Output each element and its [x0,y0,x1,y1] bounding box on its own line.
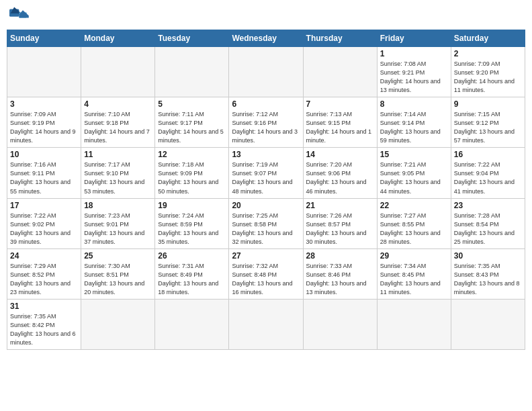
day-info: Sunrise: 7:08 AM Sunset: 9:21 PM Dayligh… [380,60,448,95]
day-info: Sunrise: 7:28 AM Sunset: 8:54 PM Dayligh… [454,212,522,246]
day-info: Sunrise: 7:21 AM Sunset: 9:05 PM Dayligh… [380,161,448,195]
day-info: Sunrise: 7:23 AM Sunset: 9:01 PM Dayligh… [84,212,152,246]
calendar-cell: 15Sunrise: 7:21 AM Sunset: 9:05 PM Dayli… [377,148,451,198]
day-number: 5 [158,99,226,109]
day-number: 17 [10,201,78,210]
day-info: Sunrise: 7:32 AM Sunset: 8:48 PM Dayligh… [232,262,300,297]
calendar-week-4: 17Sunrise: 7:22 AM Sunset: 9:02 PM Dayli… [7,198,525,248]
day-number: 13 [232,150,300,159]
weekday-header-row: SundayMondayTuesdayWednesdayThursdayFrid… [7,30,525,47]
calendar-cell: 13Sunrise: 7:19 AM Sunset: 9:07 PM Dayli… [229,148,303,198]
calendar-cell [81,47,155,97]
calendar-cell: 21Sunrise: 7:26 AM Sunset: 8:57 PM Dayli… [303,198,377,248]
calendar-cell [303,47,377,97]
weekday-header-friday: Friday [377,30,451,47]
calendar-cell: 23Sunrise: 7:28 AM Sunset: 8:54 PM Dayli… [451,198,525,248]
day-number: 15 [380,150,448,159]
calendar-table: SundayMondayTuesdayWednesdayThursdayFrid… [7,30,525,350]
day-number: 10 [10,150,78,159]
day-number: 9 [454,99,522,109]
calendar-cell [81,299,155,349]
calendar-cell: 4Sunrise: 7:10 AM Sunset: 9:18 PM Daylig… [81,97,155,148]
calendar-week-3: 10Sunrise: 7:16 AM Sunset: 9:11 PM Dayli… [7,148,525,198]
weekday-header-monday: Monday [81,30,155,47]
day-number: 7 [306,99,374,109]
day-info: Sunrise: 7:22 AM Sunset: 9:02 PM Dayligh… [10,212,78,246]
day-number: 11 [84,150,152,159]
logo-icon [9,7,31,26]
day-info: Sunrise: 7:18 AM Sunset: 9:09 PM Dayligh… [158,161,226,195]
day-info: Sunrise: 7:29 AM Sunset: 8:52 PM Dayligh… [10,262,78,297]
day-number: 16 [454,150,522,159]
weekday-header-thursday: Thursday [303,30,377,47]
calendar-cell [451,299,525,349]
day-number: 1 [380,49,448,58]
day-info: Sunrise: 7:35 AM Sunset: 8:42 PM Dayligh… [10,312,78,347]
day-info: Sunrise: 7:22 AM Sunset: 9:04 PM Dayligh… [454,161,522,195]
day-info: Sunrise: 7:10 AM Sunset: 9:18 PM Dayligh… [84,110,152,145]
calendar-cell: 16Sunrise: 7:22 AM Sunset: 9:04 PM Dayli… [451,148,525,198]
calendar-cell: 22Sunrise: 7:27 AM Sunset: 8:55 PM Dayli… [377,198,451,248]
calendar-cell [155,47,229,97]
day-info: Sunrise: 7:09 AM Sunset: 9:20 PM Dayligh… [454,60,522,95]
day-number: 31 [10,302,78,311]
day-number: 25 [84,251,152,261]
day-info: Sunrise: 7:14 AM Sunset: 9:14 PM Dayligh… [380,110,448,145]
day-info: Sunrise: 7:20 AM Sunset: 9:06 PM Dayligh… [306,161,374,195]
day-info: Sunrise: 7:13 AM Sunset: 9:15 PM Dayligh… [306,110,374,145]
day-number: 6 [232,99,300,109]
day-number: 26 [158,251,226,261]
weekday-header-saturday: Saturday [451,30,525,47]
calendar-cell: 12Sunrise: 7:18 AM Sunset: 9:09 PM Dayli… [155,148,229,198]
calendar-cell [229,299,303,349]
calendar-cell: 18Sunrise: 7:23 AM Sunset: 9:01 PM Dayli… [81,198,155,248]
calendar-cell [303,299,377,349]
day-info: Sunrise: 7:33 AM Sunset: 8:46 PM Dayligh… [306,262,374,297]
day-info: Sunrise: 7:35 AM Sunset: 8:43 PM Dayligh… [454,262,522,297]
day-info: Sunrise: 7:09 AM Sunset: 9:19 PM Dayligh… [10,110,78,145]
calendar-cell: 5Sunrise: 7:11 AM Sunset: 9:17 PM Daylig… [155,97,229,148]
calendar-week-2: 3Sunrise: 7:09 AM Sunset: 9:19 PM Daylig… [7,97,525,148]
day-number: 20 [232,201,300,210]
calendar-cell: 7Sunrise: 7:13 AM Sunset: 9:15 PM Daylig… [303,97,377,148]
day-number: 18 [84,201,152,210]
day-info: Sunrise: 7:12 AM Sunset: 9:16 PM Dayligh… [232,110,300,145]
calendar-week-5: 24Sunrise: 7:29 AM Sunset: 8:52 PM Dayli… [7,248,525,299]
calendar-cell: 11Sunrise: 7:17 AM Sunset: 9:10 PM Dayli… [81,148,155,198]
day-info: Sunrise: 7:31 AM Sunset: 8:49 PM Dayligh… [158,262,226,297]
day-number: 24 [10,251,78,261]
calendar-cell [229,47,303,97]
calendar-cell: 26Sunrise: 7:31 AM Sunset: 8:49 PM Dayli… [155,248,229,299]
calendar-cell: 3Sunrise: 7:09 AM Sunset: 9:19 PM Daylig… [7,97,81,148]
day-number: 14 [306,150,374,159]
day-number: 23 [454,201,522,210]
day-number: 22 [380,201,448,210]
calendar-cell: 27Sunrise: 7:32 AM Sunset: 8:48 PM Dayli… [229,248,303,299]
day-info: Sunrise: 7:17 AM Sunset: 9:10 PM Dayligh… [84,161,152,195]
svg-marker-3 [19,10,28,17]
day-number: 8 [380,99,448,109]
day-info: Sunrise: 7:30 AM Sunset: 8:51 PM Dayligh… [84,262,152,297]
logo [9,7,34,26]
weekday-header-sunday: Sunday [7,30,81,47]
day-info: Sunrise: 7:27 AM Sunset: 8:55 PM Dayligh… [380,212,448,246]
calendar-cell: 14Sunrise: 7:20 AM Sunset: 9:06 PM Dayli… [303,148,377,198]
calendar-week-6: 31Sunrise: 7:35 AM Sunset: 8:42 PM Dayli… [7,299,525,349]
calendar-cell: 8Sunrise: 7:14 AM Sunset: 9:14 PM Daylig… [377,97,451,148]
day-info: Sunrise: 7:19 AM Sunset: 9:07 PM Dayligh… [232,161,300,195]
day-number: 29 [380,251,448,261]
day-number: 12 [158,150,226,159]
calendar-cell: 19Sunrise: 7:24 AM Sunset: 8:59 PM Dayli… [155,198,229,248]
day-number: 4 [84,99,152,109]
calendar-cell [7,47,81,97]
weekday-header-wednesday: Wednesday [229,30,303,47]
calendar-cell: 25Sunrise: 7:30 AM Sunset: 8:51 PM Dayli… [81,248,155,299]
calendar-cell [377,299,451,349]
calendar-cell: 10Sunrise: 7:16 AM Sunset: 9:11 PM Dayli… [7,148,81,198]
day-info: Sunrise: 7:16 AM Sunset: 9:11 PM Dayligh… [10,161,78,195]
day-info: Sunrise: 7:24 AM Sunset: 8:59 PM Dayligh… [158,212,226,246]
day-number: 3 [10,99,78,109]
day-info: Sunrise: 7:26 AM Sunset: 8:57 PM Dayligh… [306,212,374,246]
day-info: Sunrise: 7:15 AM Sunset: 9:12 PM Dayligh… [454,110,522,145]
calendar-cell: 1Sunrise: 7:08 AM Sunset: 9:21 PM Daylig… [377,47,451,97]
